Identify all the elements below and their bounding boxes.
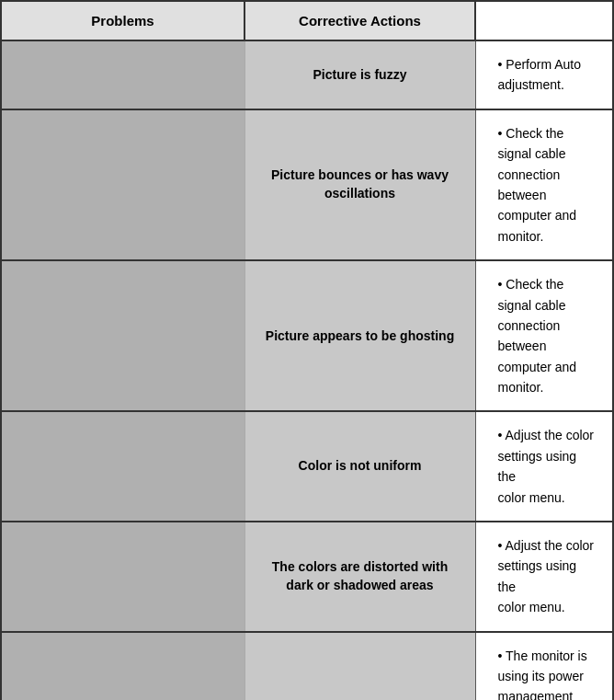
left-bar — [1, 632, 244, 700]
table-row: The power indicator is blinking Amber• T… — [1, 632, 613, 700]
table-row: Picture appears to be ghosting• Check th… — [1, 260, 613, 411]
left-bar — [1, 260, 244, 411]
action-cell: • Adjust the color settings using the co… — [475, 411, 613, 522]
action-cell: • Adjust the color settings using the co… — [475, 522, 613, 632]
left-bar — [1, 411, 244, 522]
problem-cell: Picture appears to be ghosting — [244, 260, 475, 411]
action-line: • Adjust the color settings using the — [498, 538, 595, 594]
action-cell: • The monitor is using its power managem… — [475, 632, 613, 700]
left-bar — [1, 109, 244, 260]
problem-cell: The colors are distorted with dark or sh… — [244, 522, 475, 632]
header-problems: Problems — [1, 1, 244, 40]
action-line: • Check the signal cable connection — [498, 277, 566, 333]
action-cell: • Check the signal cable connection betw… — [475, 260, 613, 411]
action-line: • Adjust the color settings using the — [498, 428, 595, 484]
table-row: Color is not uniform• Adjust the color s… — [1, 411, 613, 522]
action-cell: • Check the signal cable connection betw… — [475, 109, 613, 260]
action-line: • Perform Auto adjustment. — [498, 57, 582, 92]
problem-cell: Picture is fuzzy — [244, 40, 475, 109]
action-line: color menu. — [498, 600, 565, 614]
troubleshooting-table: Problems Corrective Actions Picture is f… — [0, 0, 614, 700]
action-line: between computer and monitor. — [498, 188, 577, 244]
action-line: between computer and monitor. — [498, 339, 577, 395]
header-actions: Corrective Actions — [244, 1, 475, 40]
problem-cell: Picture bounces or has wavy oscillations — [244, 109, 475, 260]
action-line: color menu. — [498, 490, 565, 505]
action-line: management system. Check the — [498, 689, 583, 700]
table-row: Picture is fuzzy• Perform Auto adjustmen… — [1, 40, 613, 109]
problem-cell: Color is not uniform — [244, 411, 475, 522]
problem-cell: The power indicator is blinking Amber — [244, 632, 475, 700]
action-line: • The monitor is using its power — [498, 648, 587, 683]
action-line: • Check the signal cable connection — [498, 126, 566, 182]
action-cell: • Perform Auto adjustment. — [475, 40, 613, 109]
left-bar — [1, 522, 244, 632]
table-row: The colors are distorted with dark or sh… — [1, 522, 613, 632]
left-bar — [1, 40, 244, 109]
table-row: Picture bounces or has wavy oscillations… — [1, 109, 613, 260]
